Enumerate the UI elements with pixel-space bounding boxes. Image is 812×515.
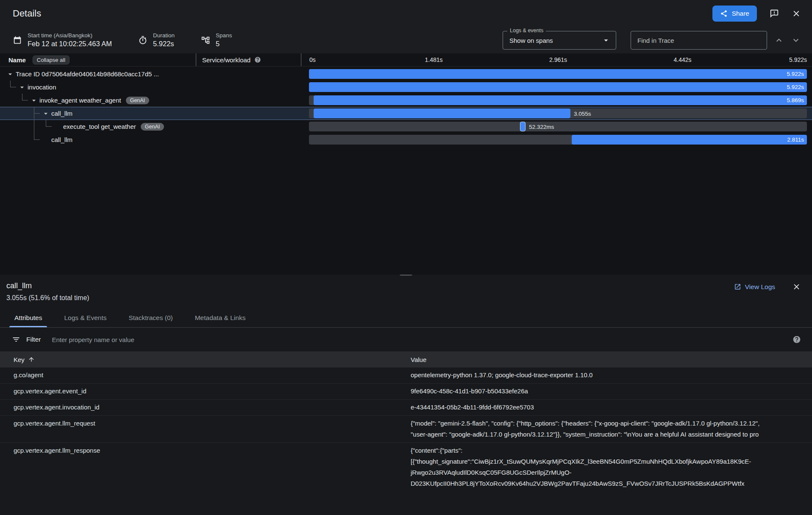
attribute-filter-input[interactable]: [52, 336, 787, 343]
span-duration-bar[interactable]: 5.922s: [309, 82, 807, 92]
timeline-track: 2.811s: [309, 135, 807, 145]
trace-toolbar: Start time (Asia/Bangkok) Feb 12 at 10:0…: [0, 27, 812, 53]
axis-tick: 5.922s: [789, 56, 807, 63]
span-duration-label: 5.922s: [784, 84, 807, 90]
logs-events-value: Show on spans: [509, 37, 553, 44]
timeline-track: 5.922s: [309, 82, 807, 92]
feedback-icon: [770, 9, 779, 18]
span-row[interactable]: call_llm 3.055s: [0, 107, 812, 120]
find-previous-button[interactable]: [774, 35, 784, 45]
span-detail-panel: call_llm 3.055s (51.6% of total time) Vi…: [0, 275, 812, 515]
close-panel-button[interactable]: [792, 282, 801, 291]
view-logs-button[interactable]: View Logs: [734, 283, 775, 291]
find-next-button[interactable]: [791, 35, 801, 45]
duration-meta: Duration 5.922s: [138, 32, 175, 48]
attribute-value: 9fe6490c-458c-41d1-b907-b50433efe26a: [411, 386, 812, 397]
feedback-button[interactable]: [770, 9, 779, 18]
span-service-cell: [196, 94, 301, 107]
attribute-row[interactable]: gcp.vertex.agent.llm_response {"content"…: [0, 443, 812, 492]
span-timeline-cell: 5.922s: [301, 67, 812, 81]
tab-stacktraces[interactable]: Stacktraces (0): [117, 309, 184, 327]
close-icon: [792, 9, 801, 18]
attributes-table-header: Key Value: [0, 351, 812, 367]
name-column-header: Name: [8, 56, 26, 64]
axis-tick: 2.961s: [549, 56, 567, 63]
span-name-label: invocation: [28, 84, 56, 91]
span-duration-bar[interactable]: 5.869s: [314, 95, 807, 105]
span-row[interactable]: call_llm 2.811s: [0, 133, 812, 146]
attribute-row[interactable]: g.co/agent opentelemetry-python 1.37.0; …: [0, 367, 812, 383]
span-name-label: invoke_agent weather_agent: [39, 97, 121, 104]
attribute-key: gcp.vertex.agent.llm_response: [0, 445, 411, 489]
span-name-label: call_llm: [51, 110, 72, 117]
timeline-track: 52.322ms: [309, 122, 807, 131]
span-duration-bar[interactable]: 5.922s: [309, 69, 807, 79]
genai-badge: GenAI: [126, 97, 149, 104]
spans-label: Spans: [216, 32, 232, 39]
help-icon[interactable]: [254, 56, 261, 63]
attribute-row[interactable]: gcp.vertex.agent.event_id 9fe6490c-458c-…: [0, 383, 812, 399]
chevron-down-icon: [601, 36, 611, 45]
logs-events-label: Logs & events: [507, 28, 546, 33]
attribute-key: g.co/agent: [0, 370, 411, 381]
waterfall-body: Trace ID 0d75064afde040614b98d68c0acc17d…: [0, 67, 812, 275]
span-row[interactable]: invocation 5.922s: [0, 81, 812, 94]
span-timeline-cell: 2.811s: [301, 133, 812, 146]
attributes-table-body: g.co/agent opentelemetry-python 1.37.0; …: [0, 367, 812, 515]
span-duration-summary: 3.055s (51.6% of total time): [6, 294, 89, 302]
span-duration-label: 5.922s: [784, 71, 807, 77]
attribute-key: gcp.vertex.agent.event_id: [0, 386, 411, 397]
span-service-cell: [196, 81, 301, 94]
expand-chevron-icon[interactable]: [42, 109, 50, 118]
waterfall-header: Name Collapse all Service/workload 0s 1.…: [0, 53, 812, 67]
span-duration-label: 2.811s: [784, 136, 807, 143]
span-duration-bar[interactable]: [520, 122, 526, 131]
span-timeline-cell: 5.869s: [301, 94, 812, 107]
filter-label: Filter: [26, 336, 41, 343]
attributes-filter-row: Filter: [0, 328, 812, 351]
find-in-trace-input[interactable]: [631, 31, 767, 50]
attribute-row[interactable]: gcp.vertex.agent.invocation_id e-4344135…: [0, 399, 812, 415]
logs-events-select[interactable]: Logs & events Show on spans: [503, 31, 616, 50]
span-name-label: execute_tool get_weather: [63, 123, 136, 130]
span-title: call_llm: [6, 281, 89, 290]
sort-ascending-icon[interactable]: [28, 356, 35, 363]
help-icon[interactable]: [793, 335, 801, 344]
span-service-cell: [196, 120, 301, 133]
expand-chevron-icon[interactable]: [18, 83, 26, 92]
expand-chevron-icon[interactable]: [30, 96, 38, 105]
span-duration-bar[interactable]: [314, 109, 570, 118]
tab-attributes[interactable]: Attributes: [3, 309, 53, 327]
spans-icon: [201, 36, 210, 45]
panel-resize-handle[interactable]: [400, 275, 412, 276]
attribute-row[interactable]: gcp.vertex.agent.llm_request {"model": "…: [0, 415, 812, 443]
spans-value: 5: [216, 39, 232, 48]
span-row[interactable]: execute_tool get_weather GenAI 52.322ms: [0, 120, 812, 133]
span-service-cell: [196, 107, 301, 120]
timeline-track: 5.922s: [309, 69, 807, 79]
collapse-all-button[interactable]: Collapse all: [33, 56, 70, 64]
expand-chevron-icon[interactable]: [6, 70, 14, 78]
share-button[interactable]: Share: [712, 6, 757, 22]
duration-label: Duration: [153, 32, 175, 39]
span-row[interactable]: Trace ID 0d75064afde040614b98d68c0acc17d…: [0, 67, 812, 81]
key-column-header[interactable]: Key: [14, 356, 25, 363]
span-row[interactable]: invoke_agent weather_agent GenAI 5.869s: [0, 94, 812, 107]
close-details-button[interactable]: [792, 9, 801, 18]
tab-metadata-links[interactable]: Metadata & Links: [184, 309, 257, 327]
start-time-meta: Start time (Asia/Bangkok) Feb 12 at 10:0…: [13, 32, 112, 48]
genai-badge: GenAI: [141, 123, 164, 131]
tab-logs-events[interactable]: Logs & Events: [53, 309, 117, 327]
page-title: Details: [13, 8, 41, 19]
span-duration-bar[interactable]: 2.811s: [572, 135, 807, 145]
service-column-header: Service/workload: [202, 56, 250, 64]
axis-tick: 1.481s: [425, 56, 442, 63]
value-column-header: Value: [411, 356, 812, 363]
filter-icon: [12, 335, 20, 344]
view-logs-label: View Logs: [745, 283, 775, 291]
close-icon: [792, 282, 801, 291]
span-name-label: Trace ID 0d75064afde040614b98d68c0acc17d…: [16, 70, 159, 78]
axis-tick: 0s: [309, 56, 316, 63]
detail-tabs: Attributes Logs & Events Stacktraces (0)…: [0, 309, 812, 328]
span-service-cell: [196, 67, 301, 81]
